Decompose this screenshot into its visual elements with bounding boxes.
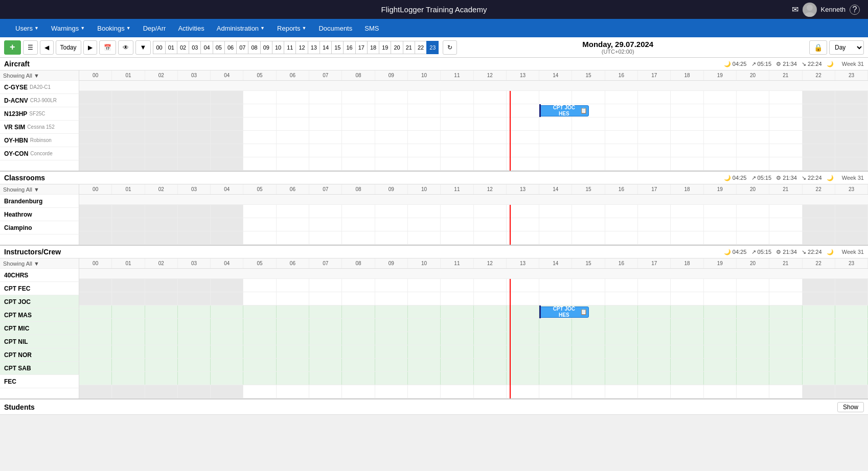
lock-button[interactable]: 🔒 — [809, 40, 827, 55]
prev-button[interactable]: ◀ — [40, 40, 54, 55]
hour-tab-08[interactable]: 08 — [248, 41, 260, 54]
hour-tab-20[interactable]: 20 — [391, 41, 402, 54]
hour-cell-09: 09 — [375, 258, 408, 268]
hour-tab-15[interactable]: 15 — [331, 41, 343, 54]
nav-warnings[interactable]: Warnings ▼ — [46, 21, 90, 35]
help-icon[interactable]: ? — [850, 5, 860, 15]
instructor-row-cptnil: CPT NIL — [0, 335, 79, 348]
resource-row-0 — [79, 279, 868, 292]
grid-cell-7-21 — [769, 372, 802, 385]
nav-reports[interactable]: Reports ▼ — [272, 21, 311, 35]
hour-tab-12[interactable]: 12 — [295, 41, 307, 54]
hour-tab-06[interactable]: 06 — [224, 41, 236, 54]
hour-tab-17[interactable]: 17 — [355, 41, 367, 54]
event-block-2[interactable]: CPT JOCHES📋 — [539, 307, 588, 318]
grid-cell-3-5 — [243, 131, 276, 144]
grid-cell-3-17 — [638, 319, 671, 332]
hour-tab-11[interactable]: 11 — [284, 41, 295, 54]
resource-row-0 — [79, 205, 868, 218]
nav-administration[interactable]: Administration ▼ — [212, 21, 270, 35]
nav-bookings[interactable]: Bookings ▼ — [92, 21, 135, 35]
hour-tab-10[interactable]: 10 — [272, 41, 284, 54]
hour-tab-09[interactable]: 09 — [260, 41, 272, 54]
hour-tab-05[interactable]: 05 — [213, 41, 224, 54]
instructors-header: Instructors/Crew 🌙 04:25 ↗ 05:15 ⚙ 21:34… — [0, 246, 868, 258]
grid-cell-2-17 — [638, 231, 671, 244]
grid-cell-2-2 — [145, 117, 178, 130]
grid-cell-3-6 — [277, 131, 309, 144]
hour-tab-13[interactable]: 13 — [308, 41, 319, 54]
grid-cell-3-10 — [408, 319, 441, 332]
grid-cell-6-11 — [441, 359, 473, 371]
hour-cell-14: 14 — [539, 184, 572, 194]
grid-cell-3-0 — [79, 131, 112, 144]
calendar-button[interactable]: 📅 — [99, 40, 116, 55]
hour-cell-05: 05 — [243, 258, 276, 268]
classroom-row-ciamp: Ciampino — [0, 221, 79, 234]
grid-cell-5-23 — [835, 345, 868, 358]
hour-tab-19[interactable]: 19 — [379, 41, 391, 54]
grid-cell-4-17 — [638, 144, 671, 157]
nav-sms[interactable]: SMS — [359, 21, 384, 35]
grid-cell-7-23 — [835, 372, 868, 385]
grid-cell-4-1 — [112, 144, 145, 157]
mail-icon[interactable]: ✉ — [792, 5, 798, 14]
nav-documents[interactable]: Documents — [313, 21, 357, 35]
hour-tab-14[interactable]: 14 — [319, 41, 331, 54]
grid-cell-2-0 — [79, 117, 112, 130]
nav-users[interactable]: Users ▼ — [10, 21, 44, 35]
aircraft-header-right: 🌙 04:25 ↗ 05:15 ⚙ 21:34 ↘ 22:24 🌙 Week 3… — [724, 61, 864, 67]
grid-cell-6-23 — [835, 359, 868, 371]
hour-tab-23[interactable]: 23 — [426, 41, 439, 54]
grid-cell-3-13 — [507, 319, 539, 332]
students-show-button[interactable]: Show — [837, 402, 864, 412]
hour-tab-04[interactable]: 04 — [200, 41, 212, 54]
grid-cell-2-6 — [277, 117, 309, 130]
hour-tab-02[interactable]: 02 — [177, 41, 189, 54]
grid-cell-1-19 — [704, 104, 737, 117]
hour-tab-22[interactable]: 22 — [415, 41, 426, 54]
classrooms-showing-all: Showing All ▼ — [0, 184, 79, 195]
event-icon: 📋 — [580, 107, 587, 114]
hour-tab-16[interactable]: 16 — [343, 41, 355, 54]
list-view-button[interactable]: ☰ — [23, 40, 38, 55]
hour-tab-01[interactable]: 01 — [165, 41, 177, 54]
next-button[interactable]: ▶ — [83, 40, 97, 55]
eye-button[interactable]: 👁 — [118, 40, 133, 55]
hour-tab-00[interactable]: 00 — [153, 41, 165, 54]
event-block-1[interactable]: CPT JOCHES📋 — [539, 105, 588, 116]
grid-cell-4-5 — [243, 144, 276, 157]
nav-deparr[interactable]: Dep/Arr — [138, 21, 171, 35]
grid-cell-3-3 — [178, 319, 211, 332]
hour-tab-18[interactable]: 18 — [367, 41, 379, 54]
filter-button[interactable]: ▼ — [135, 40, 151, 55]
calendar-container: Aircraft 🌙 04:25 ↗ 05:15 ⚙ 21:34 ↘ 22:24… — [0, 58, 868, 415]
grid-cell-0-8 — [342, 91, 375, 104]
grid-cell-3-15 — [572, 319, 605, 332]
grid-cell-1-12 — [474, 104, 507, 117]
grid-cell-4-16 — [605, 332, 638, 345]
hour-cell-07: 07 — [309, 184, 342, 194]
hour-cell-03: 03 — [178, 70, 211, 80]
grid-cell-1-19 — [704, 292, 737, 305]
grid-cell-7-0 — [79, 372, 112, 385]
grid-cell-5-21 — [769, 157, 802, 170]
nav-activities[interactable]: Activities — [173, 21, 209, 35]
grid-cell-0-10 — [408, 279, 441, 292]
grid-cell-5-4 — [211, 345, 243, 358]
resource-grid-1 — [79, 292, 868, 305]
hour-tab-21[interactable]: 21 — [403, 41, 415, 54]
grid-cell-1-6 — [277, 218, 309, 231]
add-button[interactable]: + — [4, 40, 21, 55]
view-select[interactable]: Day Week Month — [829, 40, 864, 55]
grid-cell-0-9 — [375, 279, 408, 292]
grid-cell-4-13 — [507, 332, 539, 345]
hour-tab-03[interactable]: 03 — [189, 41, 200, 54]
refresh-button[interactable]: ↻ — [443, 40, 457, 55]
grid-cell-8-2 — [145, 385, 178, 398]
today-button[interactable]: Today — [56, 40, 81, 55]
grid-cell-8-0 — [79, 385, 112, 398]
resource-row-0 — [79, 91, 868, 104]
svg-point-1 — [805, 12, 815, 17]
hour-tab-07[interactable]: 07 — [236, 41, 248, 54]
